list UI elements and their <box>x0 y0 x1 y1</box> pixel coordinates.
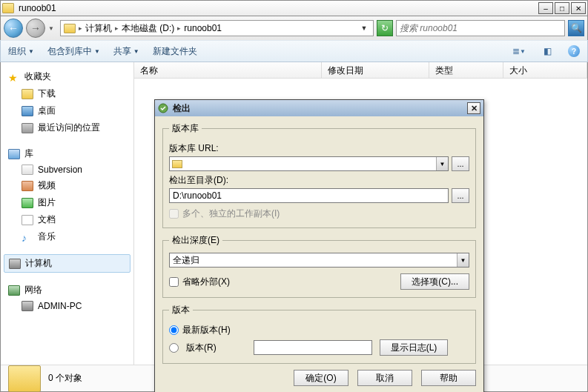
breadcrumb[interactable]: 计算机 <box>85 22 112 35</box>
folder-icon <box>8 365 41 392</box>
star-icon: ★ <box>8 72 20 82</box>
address-bar[interactable]: ▸ 计算机 ▸ 本地磁盘 (D:) ▸ runoob01 ▼ <box>60 20 374 36</box>
sidebar-item-admin-pc[interactable]: ADMIN-PC <box>4 299 131 313</box>
revision-number-input[interactable] <box>254 340 372 355</box>
browse-dir-button[interactable]: ... <box>452 188 469 203</box>
column-header-name[interactable]: 名称 <box>134 62 322 78</box>
checkout-dir-input[interactable] <box>169 188 449 203</box>
nav-sidebar: ★收藏夹 下载 桌面 最近访问的位置 库 Subversion 视频 图片 文档… <box>1 62 134 391</box>
multi-wc-checkbox <box>169 209 179 219</box>
sidebar-item-desktop[interactable]: 桌面 <box>4 102 131 119</box>
label-specific-revision: 版本(R) <box>186 342 217 354</box>
sidebar-computer[interactable]: 计算机 <box>4 254 131 273</box>
chevron-right-icon[interactable]: ▸ <box>79 24 82 32</box>
legend-depth: 检出深度(E) <box>169 234 222 247</box>
document-icon <box>22 215 33 225</box>
new-folder-button[interactable]: 新建文件夹 <box>153 45 197 58</box>
repo-url-input[interactable] <box>185 159 436 169</box>
back-button[interactable]: ← <box>4 19 23 38</box>
address-dropdown[interactable]: ▼ <box>358 24 370 32</box>
svn-icon <box>22 165 33 175</box>
folder-icon <box>64 24 76 33</box>
head-revision-radio[interactable] <box>169 325 179 335</box>
dialog-close-button[interactable]: ✕ <box>467 102 480 114</box>
browse-repo-button[interactable]: ... <box>452 156 469 171</box>
window-titlebar: runoob01 – □ ✕ <box>0 0 588 16</box>
sidebar-item-pictures[interactable]: 图片 <box>4 194 131 211</box>
column-header-size[interactable]: 大小 <box>503 62 587 78</box>
label-multi-wc: 多个、独立的工作副本(I) <box>182 207 280 220</box>
refresh-button[interactable]: ↻ <box>377 20 393 36</box>
ok-button[interactable]: 确定(O) <box>294 370 348 386</box>
video-icon <box>22 181 33 191</box>
sidebar-item-subversion[interactable]: Subversion <box>4 162 131 177</box>
dialog-title: 检出 <box>173 102 191 115</box>
sidebar-item-recent[interactable]: 最近访问的位置 <box>4 119 131 136</box>
sidebar-item-music[interactable]: ♪音乐 <box>4 228 131 245</box>
help-button[interactable]: 帮助 <box>421 370 476 386</box>
omit-externals-checkbox[interactable] <box>169 277 179 287</box>
chevron-down-icon[interactable]: ▼ <box>457 253 469 267</box>
window-title: runoob01 <box>19 3 537 13</box>
maximize-button[interactable]: □ <box>555 2 569 14</box>
fieldset-depth: 检出深度(E) ▼ 省略外部(X) 选择项(C)... <box>162 234 476 298</box>
sidebar-libraries[interactable]: 库 <box>4 145 131 162</box>
column-headers: 名称 修改日期 类型 大小 <box>134 62 587 79</box>
search-box <box>396 20 565 36</box>
status-text: 0 个对象 <box>48 372 82 385</box>
sidebar-item-downloads[interactable]: 下载 <box>4 85 131 102</box>
search-button[interactable]: 🔍 <box>568 20 584 36</box>
column-header-type[interactable]: 类型 <box>429 62 503 78</box>
search-input[interactable] <box>397 23 564 33</box>
select-items-button[interactable]: 选择项(C)... <box>400 273 469 290</box>
column-header-date[interactable]: 修改日期 <box>322 62 429 78</box>
legend-revision: 版本 <box>169 304 193 316</box>
share-menu[interactable]: 共享▼ <box>113 45 139 58</box>
help-button[interactable]: ? <box>568 45 580 57</box>
svn-checkout-icon <box>158 103 168 113</box>
close-button[interactable]: ✕ <box>571 2 586 14</box>
network-icon <box>8 285 20 296</box>
music-icon: ♪ <box>22 232 33 242</box>
nav-bar: ← → ▼ ▸ 计算机 ▸ 本地磁盘 (D:) ▸ runoob01 ▼ ↻ 🔍 <box>0 16 588 40</box>
command-bar: 组织▼ 包含到库中▼ 共享▼ 新建文件夹 ≣ ▼ ◧ ? <box>0 40 588 62</box>
dialog-titlebar[interactable]: 检出 ✕ <box>155 100 483 116</box>
include-menu[interactable]: 包含到库中▼ <box>47 45 100 58</box>
minimize-button[interactable]: – <box>538 2 553 14</box>
label-checkout-dir: 检出至目录(D): <box>169 174 469 187</box>
depth-value[interactable] <box>170 255 457 265</box>
fieldset-revision: 版本 最新版本(H) 版本(R) 显示日志(L) <box>162 304 476 364</box>
sidebar-favorites[interactable]: ★收藏夹 <box>4 68 131 85</box>
forward-button[interactable]: → <box>26 19 45 38</box>
view-options-button[interactable]: ≣ ▼ <box>512 44 526 59</box>
pc-icon <box>22 301 33 311</box>
label-repo-url: 版本库 URL: <box>169 142 469 155</box>
chevron-right-icon[interactable]: ▸ <box>115 24 119 32</box>
breadcrumb[interactable]: 本地磁盘 (D:) <box>122 22 174 35</box>
library-icon <box>8 149 20 159</box>
chevron-right-icon[interactable]: ▸ <box>177 24 181 32</box>
label-head-revision: 最新版本(H) <box>182 324 231 336</box>
show-log-button[interactable]: 显示日志(L) <box>380 339 449 356</box>
preview-pane-button[interactable]: ◧ <box>540 44 555 59</box>
sidebar-network[interactable]: 网络 <box>4 282 131 299</box>
legend-repository: 版本库 <box>169 122 202 135</box>
desktop-icon <box>22 106 33 116</box>
sidebar-item-documents[interactable]: 文档 <box>4 211 131 228</box>
specific-revision-radio[interactable] <box>169 343 179 353</box>
breadcrumb[interactable]: runoob01 <box>184 23 222 33</box>
recent-icon <box>22 123 33 133</box>
depth-combobox[interactable]: ▼ <box>169 253 469 268</box>
picture-icon <box>22 198 33 208</box>
label-omit-externals: 省略外部(X) <box>182 276 230 288</box>
cancel-button[interactable]: 取消 <box>357 370 412 386</box>
fieldset-repository: 版本库 版本库 URL: ▼ ... 检出至目录(D): ... 多个、独立的工… <box>162 122 476 228</box>
history-dropdown[interactable]: ▼ <box>48 25 57 32</box>
sidebar-item-videos[interactable]: 视频 <box>4 177 131 194</box>
folder-icon <box>22 89 33 99</box>
chevron-down-icon[interactable]: ▼ <box>436 157 448 170</box>
organize-menu[interactable]: 组织▼ <box>8 45 34 58</box>
folder-icon <box>172 160 182 168</box>
repo-url-combobox[interactable]: ▼ <box>169 156 449 171</box>
computer-icon <box>9 259 21 269</box>
